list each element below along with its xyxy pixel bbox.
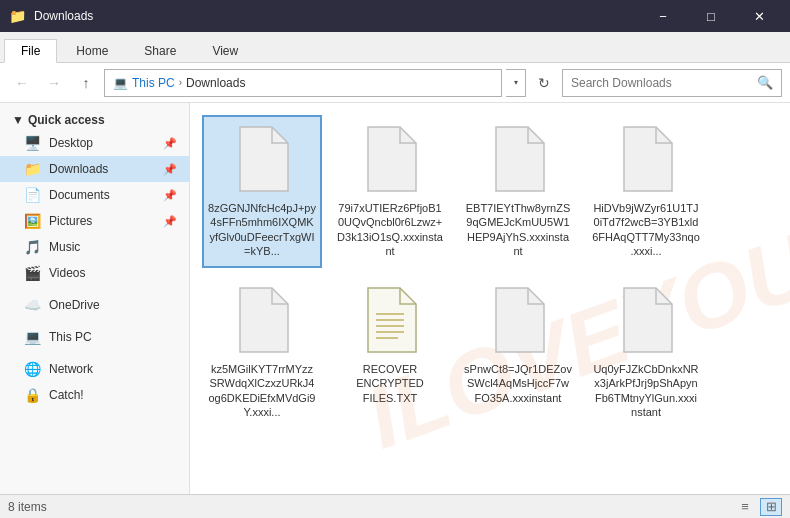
sidebar-pictures-label: Pictures	[49, 214, 92, 228]
sidebar-network-label: Network	[49, 362, 93, 376]
refresh-button[interactable]: ↻	[530, 69, 558, 97]
quick-access-label: Quick access	[28, 113, 105, 127]
file-grid: 8zGGNJNfcHc4pJ+py4sFFn5mhm6IXQMKyfGlv0uD…	[190, 103, 790, 441]
music-icon: 🎵	[24, 239, 41, 255]
file-name-7: sPnwCt8=JQr1DEZovSWcl4AqMsHjccF7wFO35A.x…	[464, 362, 572, 405]
file-name-6: RECOVER ENCRYPTED FILES.TXT	[336, 362, 444, 405]
file-item-7[interactable]: sPnwCt8=JQr1DEZovSWcl4AqMsHjccF7wFO35A.x…	[458, 276, 578, 429]
pin-icon-2: 📌	[163, 163, 177, 176]
file-name-8: Uq0yFJZkCbDnkxNRx3jArkPfJrj9pShApynFb6TM…	[592, 362, 700, 419]
sidebar-item-onedrive[interactable]: ☁️ OneDrive	[0, 292, 189, 318]
maximize-button[interactable]: □	[688, 0, 734, 32]
window-controls: − □ ✕	[640, 0, 782, 32]
breadcrumb-pc[interactable]: This PC	[132, 76, 175, 90]
sidebar-videos-label: Videos	[49, 266, 85, 280]
ribbon-tabs: File Home Share View	[0, 32, 790, 62]
search-bar: 🔍	[562, 69, 782, 97]
sidebar-thispc-label: This PC	[49, 330, 92, 344]
tab-view[interactable]: View	[195, 39, 255, 62]
close-button[interactable]: ✕	[736, 0, 782, 32]
up-button[interactable]: ↑	[72, 69, 100, 97]
onedrive-icon: ☁️	[24, 297, 41, 313]
desktop-icon: 🖥️	[24, 135, 41, 151]
tab-file[interactable]: File	[4, 39, 57, 63]
sidebar-item-desktop[interactable]: 🖥️ Desktop 📌	[0, 130, 189, 156]
title-bar: 📁 Downloads − □ ✕	[0, 0, 790, 32]
file-item-5[interactable]: kz5MGilKYT7rrMYzzSRWdqXlCzxzURkJ4og6DKED…	[202, 276, 322, 429]
folder-icon: 📁	[8, 7, 26, 25]
sidebar-item-thispc[interactable]: 💻 This PC	[0, 324, 189, 350]
sidebar-onedrive-label: OneDrive	[49, 298, 100, 312]
file-item[interactable]: 8zGGNJNfcHc4pJ+py4sFFn5mhm6IXQMKyfGlv0uD…	[202, 115, 322, 268]
sidebar-item-catch[interactable]: 🔒 Catch!	[0, 382, 189, 408]
file-item-6[interactable]: RECOVER ENCRYPTED FILES.TXT	[330, 276, 450, 429]
file-name-2: 79i7xUTIERz6PfjoB10UQvQncbl0r6Lzwz+D3k13…	[336, 201, 444, 258]
sidebar-item-pictures[interactable]: 🖼️ Pictures 📌	[0, 208, 189, 234]
file-item-2[interactable]: 79i7xUTIERz6PfjoB10UQvQncbl0r6Lzwz+D3k13…	[330, 115, 450, 268]
main-area: ▼ Quick access 🖥️ Desktop 📌 📁 Downloads …	[0, 103, 790, 494]
sidebar-downloads-label: Downloads	[49, 162, 108, 176]
file-item-3[interactable]: EBT7IEYtThw8yrnZS9qGMEJcKmUU5W1HEP9AjYhS…	[458, 115, 578, 268]
file-area: ILOVEYOU 8zGGNJNfcHc4pJ+py4sFFn5mhm6IXQM…	[190, 103, 790, 494]
chevron-down-icon: ▼	[12, 113, 24, 127]
catch-icon: 🔒	[24, 387, 41, 403]
file-name-1: 8zGGNJNfcHc4pJ+py4sFFn5mhm6IXQMKyfGlv0uD…	[208, 201, 316, 258]
file-item-4[interactable]: HiDVb9jWZyr61U1TJ0iTd7f2wcB=3YB1xld6FHAq…	[586, 115, 706, 268]
file-icon-3	[486, 125, 550, 197]
address-bar: ← → ↑ 💻 This PC › Downloads ▾ ↻ 🔍	[0, 63, 790, 103]
file-icon-8	[614, 286, 678, 358]
breadcrumb-icon: 💻	[113, 76, 128, 90]
videos-icon: 🎬	[24, 265, 41, 281]
breadcrumb-separator: ›	[179, 77, 182, 88]
sidebar-documents-label: Documents	[49, 188, 110, 202]
sidebar-desktop-label: Desktop	[49, 136, 93, 150]
file-name-5: kz5MGilKYT7rrMYzzSRWdqXlCzxzURkJ4og6DKED…	[208, 362, 316, 419]
tab-home[interactable]: Home	[59, 39, 125, 62]
documents-icon: 📄	[24, 187, 41, 203]
item-count: 8 items	[8, 500, 47, 514]
ribbon: File Home Share View	[0, 32, 790, 63]
breadcrumb-current: Downloads	[186, 76, 245, 90]
pin-icon-3: 📌	[163, 189, 177, 202]
thispc-icon: 💻	[24, 329, 41, 345]
view-controls: ≡ ⊞	[734, 498, 782, 516]
sidebar-item-network[interactable]: 🌐 Network	[0, 356, 189, 382]
file-name-3: EBT7IEYtThw8yrnZS9qGMEJcKmUU5W1HEP9AjYhS…	[464, 201, 572, 258]
window-title: Downloads	[34, 9, 632, 23]
breadcrumb[interactable]: 💻 This PC › Downloads	[104, 69, 502, 97]
sidebar: ▼ Quick access 🖥️ Desktop 📌 📁 Downloads …	[0, 103, 190, 494]
pin-icon: 📌	[163, 137, 177, 150]
address-dropdown[interactable]: ▾	[506, 69, 526, 97]
sidebar-catch-label: Catch!	[49, 388, 84, 402]
sidebar-item-downloads[interactable]: 📁 Downloads 📌	[0, 156, 189, 182]
list-view-button[interactable]: ≡	[734, 498, 756, 516]
grid-view-button[interactable]: ⊞	[760, 498, 782, 516]
status-bar: 8 items ≡ ⊞	[0, 494, 790, 518]
sidebar-item-videos[interactable]: 🎬 Videos	[0, 260, 189, 286]
quick-access-header[interactable]: ▼ Quick access	[0, 107, 189, 130]
tab-share[interactable]: Share	[127, 39, 193, 62]
network-icon: 🌐	[24, 361, 41, 377]
file-name-4: HiDVb9jWZyr61U1TJ0iTd7f2wcB=3YB1xld6FHAq…	[592, 201, 700, 258]
sidebar-music-label: Music	[49, 240, 80, 254]
search-input[interactable]	[571, 76, 751, 90]
minimize-button[interactable]: −	[640, 0, 686, 32]
sidebar-item-music[interactable]: 🎵 Music	[0, 234, 189, 260]
pictures-icon: 🖼️	[24, 213, 41, 229]
file-icon-2	[358, 125, 422, 197]
file-icon-6	[358, 286, 422, 358]
file-icon-1	[230, 125, 294, 197]
forward-button[interactable]: →	[40, 69, 68, 97]
downloads-folder-icon: 📁	[24, 161, 41, 177]
file-item-8[interactable]: Uq0yFJZkCbDnkxNRx3jArkPfJrj9pShApynFb6TM…	[586, 276, 706, 429]
file-icon-5	[230, 286, 294, 358]
file-icon-7	[486, 286, 550, 358]
search-icon: 🔍	[757, 75, 773, 90]
sidebar-item-documents[interactable]: 📄 Documents 📌	[0, 182, 189, 208]
file-icon-4	[614, 125, 678, 197]
title-bar-icons: 📁	[8, 7, 26, 25]
back-button[interactable]: ←	[8, 69, 36, 97]
pin-icon-4: 📌	[163, 215, 177, 228]
